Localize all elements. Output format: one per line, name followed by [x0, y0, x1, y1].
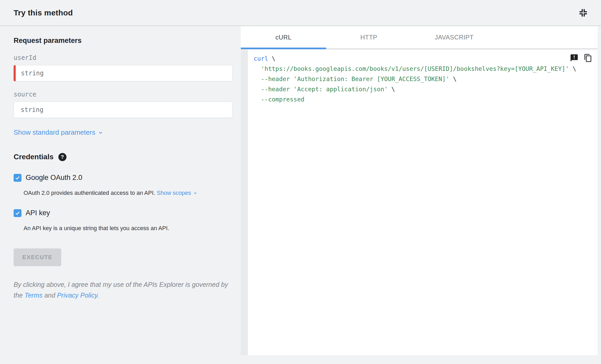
- collapse-icon: [578, 8, 588, 18]
- dialog-header: Try this method: [0, 0, 601, 26]
- check-icon: [15, 175, 20, 181]
- terms-link[interactable]: Terms: [25, 292, 43, 299]
- api-key-credential-row[interactable]: API key: [14, 209, 232, 217]
- api-key-label[interactable]: API key: [26, 209, 50, 217]
- check-icon: [15, 210, 20, 216]
- tab-javascript[interactable]: JAVASCRIPT: [411, 26, 497, 48]
- credentials-heading: Credentials: [14, 153, 54, 161]
- legal-text: By clicking above, I agree that my use o…: [14, 279, 233, 301]
- code-line: --compressed: [254, 94, 592, 105]
- dialog-body: Request parameters userId source Show st…: [0, 26, 601, 363]
- code-card: curl \ 'https://books.googleapis.com/boo…: [248, 50, 598, 355]
- userid-label: userId: [14, 54, 232, 61]
- userid-input[interactable]: [14, 65, 232, 81]
- oauth-description: OAuth 2.0 provides authenticated access …: [24, 189, 232, 197]
- tab-curl[interactable]: cURL: [241, 26, 326, 48]
- chevron-down-icon: [97, 129, 104, 136]
- show-scopes-link[interactable]: Show scopes: [157, 189, 198, 197]
- code-content-area: curl \ 'https://books.googleapis.com/boo…: [241, 49, 601, 363]
- oauth-checkbox[interactable]: [14, 174, 21, 182]
- code-line: --header 'Authorization: Bearer [YOUR_AC…: [254, 74, 592, 84]
- tab-http[interactable]: HTTP: [326, 26, 411, 48]
- privacy-policy-link[interactable]: Privacy Policy: [57, 292, 97, 299]
- code-line: 'https://books.googleapis.com/books/v1/u…: [254, 64, 592, 74]
- help-icon[interactable]: ?: [58, 153, 66, 161]
- collapse-button[interactable]: [577, 7, 589, 19]
- language-tabbar: cURL HTTP JAVASCRIPT: [241, 26, 598, 49]
- show-standard-parameters-link[interactable]: Show standard parameters: [14, 128, 104, 136]
- active-tab-underline: [241, 48, 326, 49]
- api-key-checkbox[interactable]: [14, 209, 21, 217]
- source-input[interactable]: [14, 102, 232, 118]
- request-panel: Request parameters userId source Show st…: [0, 26, 241, 363]
- oauth-label[interactable]: Google OAuth 2.0: [26, 174, 82, 182]
- chevron-down-icon: [193, 190, 198, 196]
- execute-button[interactable]: EXECUTE: [14, 248, 61, 266]
- feedback-icon: [570, 54, 578, 62]
- source-label: source: [14, 91, 232, 98]
- copy-icon: [584, 54, 592, 62]
- copy-button[interactable]: [583, 53, 593, 63]
- code-sample-panel: cURL HTTP JAVASCRIPT: [241, 26, 601, 363]
- feedback-button[interactable]: [569, 53, 580, 63]
- code-line: curl \: [254, 54, 592, 64]
- panel-gutter: [241, 49, 248, 355]
- page-title: Try this method: [14, 8, 73, 17]
- api-key-description: An API key is a unique string that lets …: [24, 224, 232, 232]
- oauth-credential-row[interactable]: Google OAuth 2.0: [14, 174, 232, 182]
- request-parameters-heading: Request parameters: [14, 37, 232, 45]
- code-line: --header 'Accept: application/json' \: [254, 84, 592, 94]
